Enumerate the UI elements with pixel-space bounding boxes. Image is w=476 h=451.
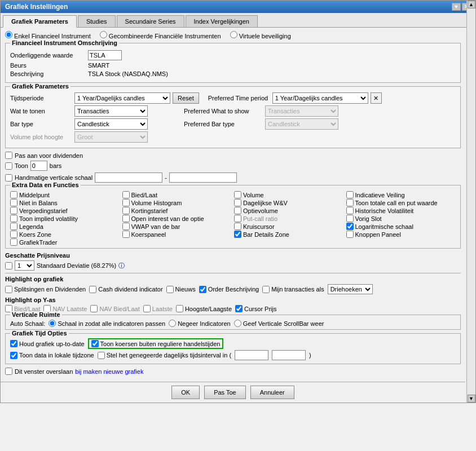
prijsniveau-select[interactable]: 1 (15, 260, 34, 271)
help-icon[interactable]: ⓘ (118, 262, 125, 270)
extras-grid: Middelpunt Bied/Laat Volume Indicatieve … (10, 191, 456, 246)
hl-splitsingen[interactable]: Splitsingen en Dividenden (5, 286, 86, 293)
yas-laatste[interactable]: Laatste (143, 305, 173, 312)
handmatige-input-1[interactable] (95, 173, 162, 183)
tab-index-vergelijkingen[interactable]: Index Vergelijkingen (186, 15, 258, 27)
pas-dividenden-label[interactable]: Pas aan voor dividenden (5, 152, 461, 159)
tab-studies[interactable]: Studies (78, 15, 116, 27)
extra-data-title: Extra Data en Functies (10, 182, 81, 188)
extra-put-call[interactable]: Put-call ratio (234, 215, 344, 222)
onderliggende-input[interactable] (88, 50, 122, 60)
tijdsperiode-select[interactable]: 1 Year/Dagelijks candles (74, 92, 170, 104)
extra-indicatieve[interactable]: Indicatieve Veiling (346, 191, 456, 198)
extra-grafiek-trader[interactable]: GrafiekTrader (10, 238, 120, 246)
grafiek-tijd-section: Grafiek Tijd Opties Houd grafiek up-to-d… (5, 333, 461, 364)
handmatige-checkbox[interactable] (5, 174, 12, 182)
extra-vergoeding[interactable]: Vergoedingstarief (10, 207, 120, 214)
extra-middelpunt[interactable]: Middelpunt (10, 191, 120, 198)
scroll-down[interactable]: ▼ (468, 395, 475, 403)
minimize-button[interactable]: ▼ (452, 3, 461, 11)
highlight-grafiek-title: Highlight op grafiek (5, 276, 461, 282)
gt-interval-input2[interactable] (272, 350, 306, 360)
volume-select[interactable]: Groot (74, 131, 148, 143)
scrollbar[interactable]: ▲ ▼ (466, 1, 475, 403)
extra-volume-hist[interactable]: Volume Histogram (122, 199, 232, 206)
hl-nieuws[interactable]: Nieuws (166, 286, 196, 293)
preferred-bar-row: Preferred Bar type Candlestick (184, 118, 338, 130)
extra-koers-zone[interactable]: Koers Zone (10, 231, 120, 238)
extra-historische[interactable]: Historische Volatiliteit (346, 207, 456, 214)
prijsniveau-checkbox[interactable] (5, 262, 12, 269)
pas-dividenden-checkbox[interactable] (5, 152, 12, 159)
bar-type-select[interactable]: Candlestick (74, 118, 148, 130)
toon-bars-row: Toon bars (5, 161, 461, 171)
reset-button[interactable]: Reset (173, 92, 199, 104)
extra-dagelijkse[interactable]: Dagelijkse W&V (234, 199, 344, 206)
tab-secundaire-series[interactable]: Secundaire Series (117, 15, 184, 27)
grafiek-tijd-row1: Houd grafiek up-to-date Toon koersen bui… (10, 338, 456, 349)
hl-order[interactable]: Order Beschrijving (199, 286, 259, 293)
field-onderliggende: Onderliggende waarde (10, 50, 456, 60)
radio-virtueel[interactable]: Virtuele beveiliging (230, 31, 291, 39)
hl-transacties[interactable]: Mijn transacties als (262, 286, 324, 293)
button-bar: OK Pas Toe Annuleer (1, 382, 465, 403)
bar-type-row: Bar type Candlestick (10, 118, 148, 130)
preferred-what-select[interactable]: Transacties (265, 105, 338, 117)
extra-kruiscursor[interactable]: Kruiscursor (234, 223, 344, 230)
extra-vorig-slot[interactable]: Vorig Slot (346, 215, 456, 222)
gt-buiten-highlighted: Toon koersen buiten reguliere handelstij… (88, 338, 224, 349)
skip-checkbox[interactable] (5, 368, 12, 375)
wat-tonen-select[interactable]: Transacties (74, 105, 148, 117)
transacties-select[interactable]: Driehoeken (328, 284, 373, 294)
verticale-opt1[interactable]: Schaal in zodat alle indicatoren passen (49, 320, 165, 327)
toon-bars-checkbox[interactable] (5, 162, 12, 170)
grafiek-params-title: Grafiek Parameters (10, 83, 70, 90)
extra-korting[interactable]: Kortingstarief (122, 207, 232, 214)
main-content: Enkel Financieel Instrument Gecombineerd… (1, 28, 475, 403)
hl-cash-dividend[interactable]: Cash dividend indicator (89, 286, 162, 293)
yas-cursor[interactable]: Cursor Prijs (235, 305, 276, 312)
gt-interval-input1[interactable] (235, 350, 268, 360)
handmatige-input-2[interactable] (169, 173, 237, 183)
extra-vwap[interactable]: VWAP van de bar (122, 223, 232, 230)
extra-bied-laat[interactable]: Bied/Laat (122, 191, 232, 198)
extra-volume[interactable]: Volume (234, 191, 344, 198)
yas-nav-bied[interactable]: NAV Bied/Laat (90, 305, 139, 312)
pas-toe-button[interactable]: Pas Toe (204, 386, 246, 399)
gt-stel[interactable]: Stel het genegeerde dagelijks tijdsinter… (98, 352, 231, 359)
toon-bars-input[interactable] (30, 161, 47, 171)
scroll-up[interactable]: ▲ (468, 1, 475, 8)
extra-bar-details[interactable]: Bar Details Zone (234, 231, 344, 238)
verticale-opt3[interactable]: Geef Verticale ScrollBar weer (234, 320, 324, 327)
annuleer-button[interactable]: Annuleer (250, 386, 294, 399)
extra-implied[interactable]: Toon implied volatility (10, 215, 120, 222)
ok-button[interactable]: OK (171, 386, 200, 399)
extra-totale[interactable]: Toon totale call en put waarde (346, 199, 456, 206)
yas-hoogste[interactable]: Hoogste/Laagste (176, 305, 232, 312)
preferred-bar-select[interactable]: Candlestick (265, 118, 338, 130)
tab-grafiek-parameters[interactable]: Grafiek Parameters (3, 15, 77, 28)
title-bar: Grafiek Instellingen ▼ ✕ (1, 1, 475, 13)
extra-koerspaneel[interactable]: Koerspaneel (122, 231, 232, 238)
extra-optievolume[interactable]: Optievolume (234, 207, 344, 214)
radio-enkel[interactable]: Enkel Financieel Instrument (5, 31, 91, 39)
wat-tonen-row: Wat te tonen Transacties (10, 105, 148, 117)
volume-row: Volume plot hoogte Groot (10, 131, 456, 143)
highlight-yas-section: Highlight op Y-as Bied/Laat NAV Laatste … (5, 297, 461, 312)
verticale-opt2[interactable]: Negeer Indicatoren (169, 320, 231, 327)
highlight-yas-title: Highlight op Y-as (5, 297, 461, 303)
extra-legenda[interactable]: Legenda (10, 223, 120, 230)
extra-logaritmisch[interactable]: Logaritmische schaal (346, 223, 456, 230)
gt-lokaal[interactable]: Toon data in lokale tijdzone (10, 352, 94, 359)
gt-buiten-checkbox[interactable] (91, 340, 99, 347)
radio-gecombineerd[interactable]: Gecombineerde Financiële Instrumenten (100, 31, 221, 39)
verticale-ruimte-section: Verticale Ruimte Auto Schaal: Schaal in … (5, 315, 461, 330)
extra-open-interest[interactable]: Open interest van de optie (122, 215, 232, 222)
skip-link[interactable]: bij maken nieuwe grafiek (75, 368, 143, 375)
gt-houd[interactable]: Houd grafiek up-to-date (10, 340, 85, 347)
extra-niet-balans[interactable]: Niet in Balans (10, 199, 120, 206)
preferred-time-clear[interactable]: ✕ (371, 92, 382, 104)
extra-knoppen[interactable]: Knoppen Paneel (346, 231, 456, 238)
preferred-time-select[interactable]: 1 Year/Dagelijks candles (272, 92, 368, 104)
highlight-grafiek-row: Splitsingen en Dividenden Cash dividend … (5, 284, 461, 294)
